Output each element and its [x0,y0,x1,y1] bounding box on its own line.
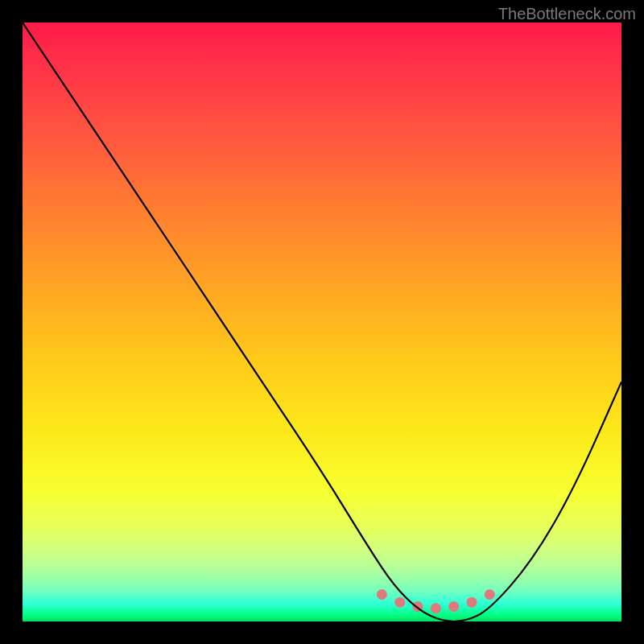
bottleneck-curve-path [23,23,621,621]
watermark-text: TheBottleneck.com [498,5,636,23]
highlight-dot [377,589,387,600]
highlight-dot [448,601,459,612]
highlight-dot [467,597,477,608]
chart-svg [23,23,621,621]
chart-plot-area [23,23,621,621]
highlight-dot [485,589,495,600]
highlight-dots-group [377,589,495,613]
highlight-dot [431,603,441,613]
highlight-dot [394,597,405,608]
